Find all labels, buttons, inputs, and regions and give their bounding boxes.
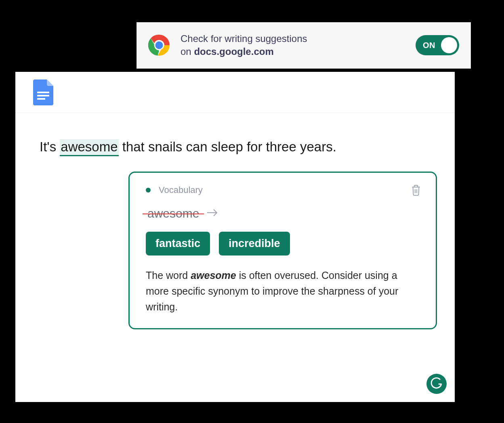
suggestion-card: Vocabulary awesome [128, 172, 437, 329]
original-word-row: awesome [146, 207, 420, 220]
flagged-word[interactable]: awesome [60, 139, 118, 156]
suggestion-chip[interactable]: fantastic [146, 232, 210, 255]
grammarly-badge-icon[interactable] [426, 374, 447, 394]
toggle-label: ON [423, 41, 435, 50]
arrow-right-icon [206, 207, 218, 220]
document-panel: It's awesome that snails can sleep for t… [15, 72, 455, 402]
banner-line2: on docs.google.com [181, 45, 416, 58]
sentence[interactable]: It's awesome that snails can sleep for t… [40, 138, 430, 156]
banner-text: Check for writing suggestions on docs.go… [181, 32, 416, 59]
original-word: awesome [146, 207, 201, 220]
explanation-text: The word awesome is often overused. Cons… [146, 268, 420, 314]
category-label: Vocabulary [159, 185, 203, 195]
suggestions-toggle[interactable]: ON [416, 35, 459, 55]
svg-rect-3 [37, 92, 49, 93]
card-header: Vocabulary [146, 185, 420, 195]
svg-rect-4 [37, 95, 49, 96]
document-body: It's awesome that snails can sleep for t… [15, 113, 455, 402]
document-header [15, 72, 455, 113]
google-docs-icon [33, 80, 53, 105]
dismiss-button[interactable] [411, 184, 421, 199]
chrome-icon [148, 34, 170, 56]
svg-point-6 [426, 374, 447, 394]
suggestion-chip[interactable]: incredible [219, 232, 290, 255]
suggestion-chips: fantastic incredible [146, 232, 420, 255]
trash-icon [411, 184, 421, 196]
svg-rect-5 [37, 98, 45, 100]
banner-line1: Check for writing suggestions [181, 32, 416, 45]
toggle-knob [441, 37, 457, 53]
extension-banner: Check for writing suggestions on docs.go… [136, 22, 471, 69]
category-dot-icon [146, 188, 151, 193]
